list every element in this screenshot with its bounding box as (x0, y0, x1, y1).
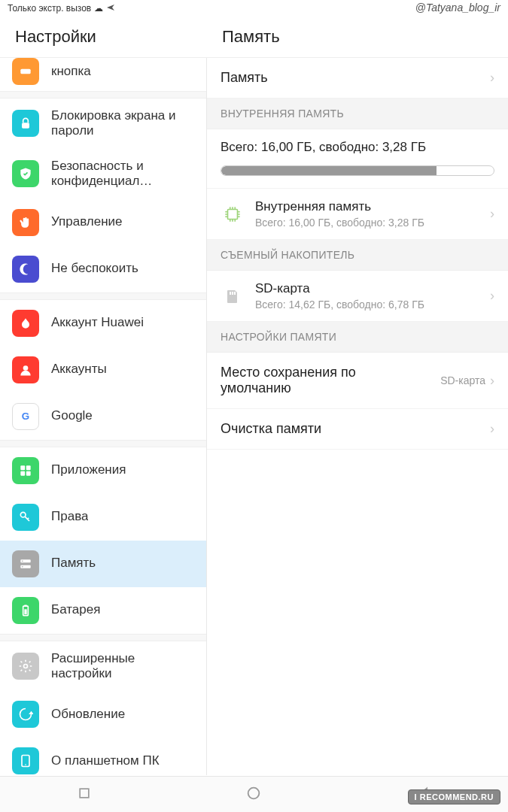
svg-rect-6 (20, 471, 25, 475)
sidebar-item-google[interactable]: GGoogle (0, 393, 206, 440)
svg-point-11 (22, 560, 23, 562)
apps-icon (12, 457, 39, 484)
sidebar-item-label: Не беспокоить (51, 261, 138, 276)
svg-point-12 (22, 565, 23, 567)
cleanup-row[interactable]: Очистка памяти › (207, 409, 508, 450)
svg-rect-4 (20, 465, 25, 470)
gear-icon (12, 653, 39, 680)
lock-icon (12, 110, 39, 137)
chevron-right-icon: › (490, 421, 494, 437)
sd-card-item[interactable]: SD-карта Всего: 14,62 ГБ, свободно: 6,78… (207, 271, 508, 322)
info-icon (12, 747, 39, 774)
sidebar-item-gear[interactable]: Расширенные настройки (0, 641, 206, 692)
update-icon (12, 701, 39, 728)
storage-progress-fill (221, 166, 437, 175)
svg-rect-5 (26, 465, 31, 470)
svg-rect-15 (24, 609, 26, 614)
sidebar-item-storage[interactable]: Память (0, 541, 206, 587)
nav-recent-button[interactable] (77, 786, 92, 804)
svg-rect-14 (24, 604, 26, 606)
memory-row[interactable]: Память › (207, 58, 508, 98)
sidebar-item-label: Память (51, 556, 96, 571)
svg-rect-21 (232, 292, 233, 295)
status-text: Только экстр. вызов (8, 3, 91, 14)
watermark-top: @Tatyana_blog_ir (415, 2, 500, 14)
sidebar-item-label: Обновление (51, 707, 125, 722)
sidebar-item-label: Управление (51, 214, 123, 229)
internal-title: Внутренняя память (255, 199, 475, 214)
sidebar-separator (0, 634, 206, 641)
svg-point-18 (25, 765, 26, 766)
hand-icon (12, 209, 39, 236)
person-icon (12, 356, 39, 383)
moon-icon (12, 256, 39, 283)
sidebar-item-person[interactable]: Аккаунты (0, 347, 206, 393)
sd-card-icon (221, 284, 245, 308)
memory-row-label: Память (221, 70, 268, 86)
google-icon: G (12, 403, 39, 430)
sidebar-item-label: Аккаунты (51, 362, 107, 377)
sidebar-item-apps[interactable]: Приложения (0, 447, 206, 494)
sidebar-item-label: Расширенные настройки (51, 651, 194, 682)
sidebar-item-huawei[interactable]: Аккаунт Huawei (0, 300, 206, 347)
button-icon (12, 58, 39, 85)
sidebar-item-shield[interactable]: Безопасность и конфиденциал… (0, 149, 206, 199)
content-pane: Память › ВНУТРЕННЯЯ ПАМЯТЬ Всего: 16,00 … (207, 58, 508, 775)
svg-rect-22 (234, 292, 236, 295)
svg-text:G: G (22, 411, 29, 422)
sidebar-item-hand[interactable]: Управление (0, 199, 206, 246)
storage-icon (12, 550, 39, 577)
sidebar-separator (0, 292, 206, 300)
huawei-icon (12, 310, 39, 337)
sidebar-item-label: Google (51, 408, 93, 423)
sidebar-item-battery[interactable]: Батарея (0, 587, 206, 634)
battery-icon (12, 597, 39, 624)
default-location-value: SD-карта (440, 374, 485, 386)
sidebar-item-moon[interactable]: Не беспокоить (0, 246, 206, 292)
sidebar-title: Настройки (0, 17, 207, 57)
svg-point-16 (24, 664, 28, 668)
sidebar-separator (0, 91, 206, 98)
sidebar-item-button[interactable]: кнопка (0, 58, 206, 91)
svg-rect-7 (26, 471, 31, 475)
svg-rect-1 (22, 123, 29, 129)
storage-progress-bar (221, 165, 494, 176)
storage-summary: Всего: 16,00 ГБ, свободно: 3,28 ГБ (207, 129, 508, 189)
section-removable: СЪЕМНЫЙ НАКОПИТЕЛЬ (207, 240, 508, 271)
sd-sub: Всего: 14,62 ГБ, свободно: 6,78 ГБ (255, 298, 475, 311)
sd-title: SD-карта (255, 281, 475, 296)
default-location-row[interactable]: Место сохранения по умолчанию SD-карта › (207, 353, 508, 409)
svg-point-2 (23, 365, 29, 371)
page-title: Память (207, 17, 508, 57)
section-settings: НАСТРОЙКИ ПАМЯТИ (207, 322, 508, 353)
chevron-right-icon: › (490, 70, 494, 86)
svg-point-24 (248, 787, 260, 798)
sidebar-item-label: Безопасность и конфиденциал… (51, 159, 194, 189)
svg-rect-19 (228, 209, 238, 219)
nav-home-button[interactable] (245, 785, 262, 804)
watermark-bottom: I RECOMMEND.RU (408, 789, 500, 804)
svg-point-8 (20, 512, 26, 517)
internal-storage-item[interactable]: Внутренняя память Всего: 16,00 ГБ, свобо… (207, 189, 508, 240)
sidebar-item-key[interactable]: Права (0, 494, 206, 541)
chevron-right-icon: › (490, 206, 494, 222)
sidebar-item-lock[interactable]: Блокировка экрана и пароли (0, 98, 206, 149)
sidebar-item-label: О планшетном ПК (51, 753, 160, 768)
sidebar-separator (0, 440, 206, 447)
sidebar-item-update[interactable]: Обновление (0, 691, 206, 738)
chip-icon (221, 202, 245, 226)
sidebar-item-label: кнопка (51, 64, 91, 79)
sidebar-item-info[interactable]: О планшетном ПК (0, 738, 206, 775)
key-icon (12, 504, 39, 531)
sidebar-item-label: Блокировка экрана и пароли (51, 108, 194, 139)
plane-icon (106, 3, 115, 14)
chevron-right-icon: › (490, 288, 494, 304)
sidebar-item-label: Аккаунт Huawei (51, 315, 144, 330)
svg-rect-23 (80, 789, 89, 798)
cleanup-label: Очистка памяти (221, 421, 321, 437)
sidebar: кнопкаБлокировка экрана и паролиБезопасн… (0, 58, 207, 775)
sidebar-item-label: Батарея (51, 602, 100, 617)
svg-rect-20 (230, 292, 231, 295)
cloud-icon: ☁ (94, 3, 103, 14)
storage-total-text: Всего: 16,00 ГБ, свободно: 3,28 ГБ (221, 140, 494, 155)
